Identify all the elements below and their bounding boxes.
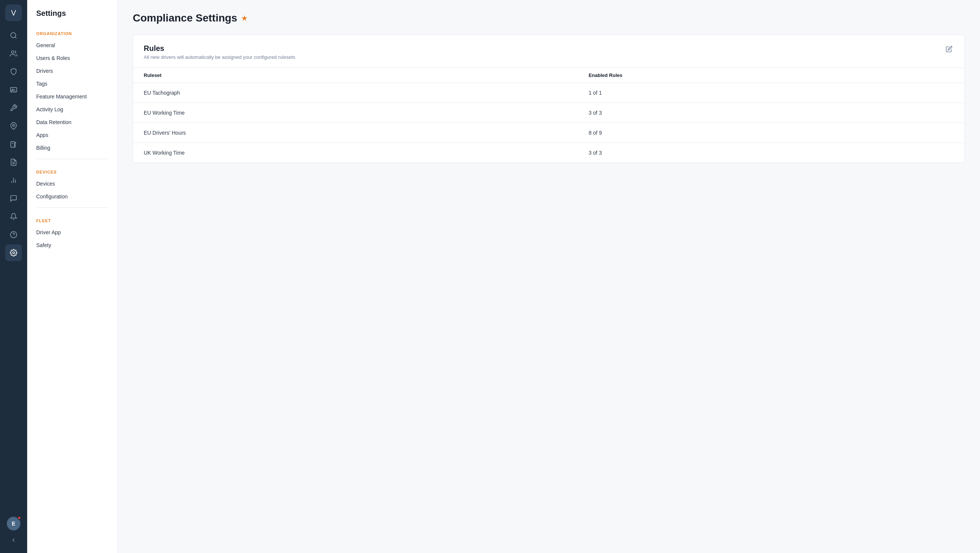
sidebar-item-drivers[interactable]: Drivers <box>27 65 117 77</box>
nav-wrench-icon[interactable] <box>5 100 22 116</box>
sidebar-item-devices[interactable]: Devices <box>27 177 117 190</box>
rules-card-title: Rules <box>144 44 295 53</box>
card-header-text: Rules All new drivers will automatically… <box>144 44 295 60</box>
ruleset-cell: EU Tachograph <box>133 83 578 103</box>
settings-title: Settings <box>27 9 117 25</box>
sidebar-item-users-roles[interactable]: Users & Roles <box>27 52 117 65</box>
rules-table-body: EU Tachograph1 of 1EU Working Time3 of 3… <box>133 83 964 163</box>
svg-line-1 <box>15 37 17 38</box>
table-row: EU Drivers' Hours8 of 9 <box>133 123 964 143</box>
sidebar-item-general[interactable]: General <box>27 39 117 52</box>
enabled-rules-cell: 3 of 3 <box>578 143 964 163</box>
sidebar-item-data-retention[interactable]: Data Retention <box>27 116 117 129</box>
main-content: Compliance Settings ★ Rules All new driv… <box>118 0 980 553</box>
sidebar-item-driver-app[interactable]: Driver App <box>27 226 117 239</box>
enabled-rules-cell: 3 of 3 <box>578 103 964 123</box>
sidebar-item-safety[interactable]: Safety <box>27 239 117 252</box>
devices-section-label: DEVICES <box>27 164 117 177</box>
svg-point-2 <box>11 51 14 54</box>
nav-analytics-icon[interactable] <box>5 172 22 189</box>
enabled-rules-cell: 8 of 9 <box>578 123 964 143</box>
rules-table-head: Ruleset Enabled Rules <box>133 68 964 83</box>
table-row: UK Working Time3 of 3 <box>133 143 964 163</box>
svg-point-0 <box>11 33 16 38</box>
logo-text: V <box>11 9 16 17</box>
nav-shield-icon[interactable] <box>5 64 22 80</box>
ruleset-cell: EU Drivers' Hours <box>133 123 578 143</box>
icon-sidebar: V E <box>0 0 27 553</box>
nav-settings-icon[interactable] <box>5 245 22 261</box>
svg-point-5 <box>13 124 15 126</box>
user-avatar[interactable]: E <box>7 517 21 530</box>
rules-table: Ruleset Enabled Rules EU Tachograph1 of … <box>133 68 964 162</box>
settings-sidebar: Settings ORGANIZATION General Users & Ro… <box>27 0 118 553</box>
enabled-rules-cell: 1 of 1 <box>578 83 964 103</box>
card-header: Rules All new drivers will automatically… <box>133 35 964 68</box>
favorite-star-icon[interactable]: ★ <box>241 14 248 23</box>
sidebar-item-activity-log[interactable]: Activity Log <box>27 103 117 116</box>
nav-search-icon[interactable] <box>5 27 22 44</box>
table-row: EU Tachograph1 of 1 <box>133 83 964 103</box>
sidebar-divider-2 <box>36 207 108 208</box>
edit-rules-button[interactable] <box>944 44 954 56</box>
ruleset-cell: UK Working Time <box>133 143 578 163</box>
organization-section-label: ORGANIZATION <box>27 25 117 39</box>
nav-fuel-icon[interactable] <box>5 136 22 153</box>
table-row: EU Working Time3 of 3 <box>133 103 964 123</box>
collapse-sidebar-button[interactable] <box>5 532 22 548</box>
rules-table-header-row: Ruleset Enabled Rules <box>133 68 964 83</box>
sidebar-divider-1 <box>36 159 108 159</box>
nav-reports-icon[interactable] <box>5 154 22 170</box>
sidebar-item-apps[interactable]: Apps <box>27 129 117 141</box>
svg-point-13 <box>13 252 15 254</box>
enabled-rules-column-header: Enabled Rules <box>578 68 964 83</box>
sidebar-item-tags[interactable]: Tags <box>27 77 117 90</box>
nav-users-icon[interactable] <box>5 45 22 62</box>
sidebar-item-billing[interactable]: Billing <box>27 141 117 154</box>
nav-chat-icon[interactable] <box>5 190 22 207</box>
fleet-section-label: FLEET <box>27 212 117 226</box>
rules-card-subtitle: All new drivers will automatically be as… <box>144 54 295 60</box>
nav-help-icon[interactable] <box>5 226 22 243</box>
sidebar-item-feature-management[interactable]: Feature Management <box>27 90 117 103</box>
ruleset-cell: EU Working Time <box>133 103 578 123</box>
nav-id-icon[interactable] <box>5 81 22 98</box>
page-header: Compliance Settings ★ <box>133 12 965 24</box>
page-title: Compliance Settings <box>133 12 237 24</box>
rules-card: Rules All new drivers will automatically… <box>133 35 965 163</box>
ruleset-column-header: Ruleset <box>133 68 578 83</box>
notification-badge <box>18 516 21 520</box>
sidebar-item-configuration[interactable]: Configuration <box>27 190 117 203</box>
nav-map-icon[interactable] <box>5 118 22 134</box>
nav-bell-icon[interactable] <box>5 208 22 225</box>
app-logo[interactable]: V <box>5 5 22 21</box>
